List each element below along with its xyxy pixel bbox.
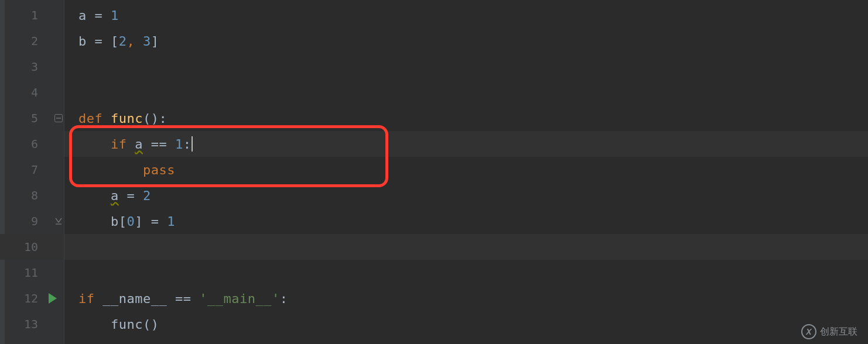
line-number: 6	[31, 137, 38, 151]
code-token: pass	[143, 163, 175, 177]
line-number: 5	[31, 111, 38, 125]
code-token	[78, 163, 143, 177]
code-token: 1	[111, 8, 119, 23]
watermark-label: 创新互联	[820, 326, 857, 338]
line-number: 10	[24, 240, 38, 254]
line-number: 4	[31, 85, 38, 99]
code-token: =	[119, 188, 143, 203]
code-line[interactable]: b = [2, 3]	[64, 28, 868, 54]
code-token: 1	[175, 137, 183, 152]
code-token: a	[111, 188, 119, 203]
code-token: if	[78, 291, 102, 306]
code-token: ]	[135, 214, 143, 229]
code-token: [	[111, 34, 119, 49]
gutter-line[interactable]: 6	[0, 131, 64, 157]
code-token: b	[111, 214, 119, 229]
code-token: :	[280, 291, 288, 306]
gutter-line[interactable]: 9	[0, 208, 64, 234]
code-token: ==	[167, 291, 199, 306]
gutter-line[interactable]: 1	[0, 2, 64, 28]
code-token: func	[111, 317, 143, 332]
code-token: ():	[143, 111, 167, 126]
code-line[interactable]	[64, 260, 868, 285]
line-number: 13	[24, 317, 38, 331]
code-line[interactable]: b[0] = 1	[64, 208, 868, 234]
code-token: 2	[143, 188, 151, 203]
gutter-line[interactable]: 13	[0, 311, 64, 337]
gutter-line[interactable]: 4	[0, 80, 64, 105]
text-caret	[192, 136, 193, 152]
gutter: 12345678910111213	[0, 0, 64, 344]
code-line[interactable]: pass	[64, 157, 868, 183]
code-token: __name__	[102, 291, 167, 306]
code-token: =	[143, 214, 167, 229]
code-token: =	[87, 34, 111, 49]
line-number: 9	[31, 214, 38, 228]
line-number: 2	[31, 34, 38, 48]
code-token: =	[87, 8, 111, 23]
line-number: 7	[31, 163, 38, 177]
code-token: b	[78, 34, 87, 49]
gutter-line[interactable]: 7	[0, 157, 64, 183]
code-line[interactable]: a = 2	[64, 183, 868, 208]
code-token	[78, 317, 111, 332]
code-line[interactable]	[64, 54, 868, 80]
code-token: a	[78, 8, 87, 23]
code-token: if	[111, 137, 135, 152]
code-token: 1	[167, 214, 175, 229]
gutter-line[interactable]: 5	[0, 105, 64, 131]
code-token: :	[183, 137, 192, 152]
watermark-icon: X	[801, 324, 816, 339]
line-number: 1	[31, 8, 38, 22]
code-token	[78, 214, 111, 229]
line-number: 12	[24, 291, 38, 305]
code-token: 0	[127, 214, 135, 229]
line-number: 8	[31, 188, 38, 202]
watermark: X 创新互联	[801, 324, 857, 339]
code-token	[78, 188, 111, 203]
fold-end-icon[interactable]	[54, 217, 63, 225]
code-token: ()	[143, 317, 159, 332]
gutter-line[interactable]: 3	[0, 54, 64, 80]
code-token: a	[135, 137, 143, 152]
code-line[interactable]: if __name__ == '__main__':	[64, 285, 868, 311]
code-token: ,	[127, 34, 143, 49]
code-token: func	[111, 111, 143, 126]
code-token: ]	[151, 34, 159, 49]
gutter-line[interactable]: 2	[0, 28, 64, 54]
line-number: 3	[31, 60, 38, 74]
code-token: '__main__'	[199, 291, 279, 306]
code-line[interactable]	[64, 234, 868, 260]
gutter-line[interactable]: 8	[0, 183, 64, 208]
code-token: def	[78, 111, 111, 126]
code-token: ==	[143, 137, 175, 152]
run-gutter-icon[interactable]	[49, 293, 57, 304]
gutter-line[interactable]: 10	[0, 234, 64, 260]
fold-minus-icon[interactable]	[54, 114, 63, 122]
code-editor[interactable]: 12345678910111213 a = 1b = [2, 3]def fun…	[0, 0, 868, 344]
line-number: 11	[24, 266, 38, 280]
gutter-line[interactable]: 11	[0, 260, 64, 285]
code-line[interactable]: func()	[64, 311, 868, 337]
code-line[interactable]: a = 1	[64, 2, 868, 28]
code-token: [	[119, 214, 127, 229]
code-token: 3	[143, 34, 151, 49]
code-line[interactable]: def func():	[64, 105, 868, 131]
code-line[interactable]: if a == 1:	[64, 131, 868, 157]
gutter-line[interactable]: 12	[0, 285, 64, 311]
code-token	[78, 137, 111, 152]
code-line[interactable]	[64, 80, 868, 105]
code-area[interactable]: a = 1b = [2, 3]def func(): if a == 1: pa…	[64, 0, 868, 344]
code-token: 2	[119, 34, 127, 49]
